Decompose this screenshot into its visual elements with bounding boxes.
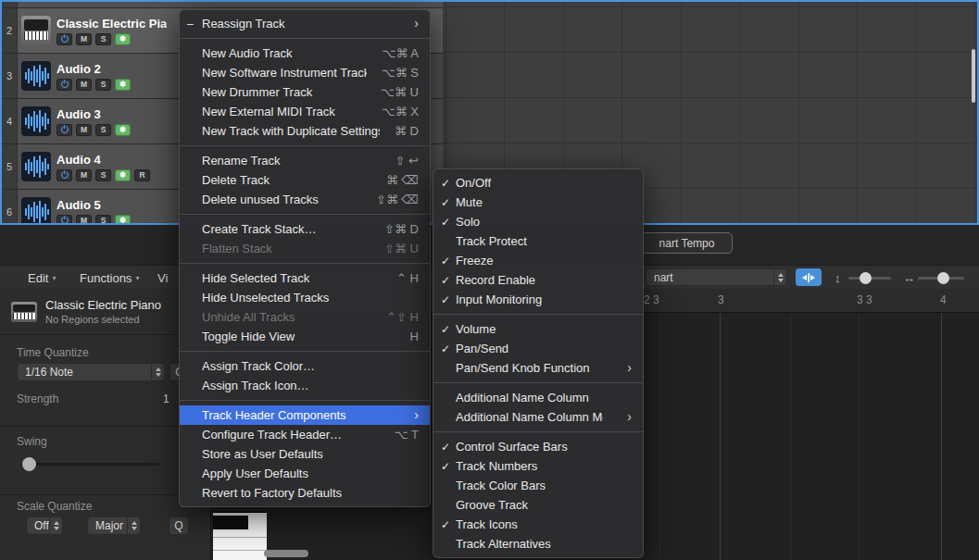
menu-item[interactable]: Hide Selected Track ⌃ H › <box>180 268 430 288</box>
menu-item[interactable]: Track Header Components › <box>180 405 430 425</box>
menu-item[interactable]: ✓ Track Icons › <box>433 515 643 534</box>
smart-tempo-display[interactable]: nart Tempo <box>641 232 733 254</box>
menu-item[interactable]: Hide Unselected Tracks › <box>180 288 430 307</box>
vertical-scrollbar[interactable] <box>972 49 975 103</box>
slider-knob[interactable] <box>937 272 949 284</box>
mute-button[interactable]: M <box>76 124 92 136</box>
mute-button[interactable]: M <box>76 215 92 226</box>
power-button[interactable] <box>56 79 72 91</box>
slider-knob[interactable] <box>860 272 872 284</box>
mute-button[interactable]: M <box>76 33 92 45</box>
power-button[interactable] <box>56 169 72 181</box>
menu-item[interactable]: ✓ Volume › <box>433 319 643 339</box>
track-icon[interactable] <box>21 16 51 45</box>
menu-item-label: Track Alternatives <box>456 537 617 551</box>
menu-item[interactable]: Pan/Send Knob Function › <box>433 358 643 378</box>
solo-button[interactable]: S <box>95 215 111 226</box>
power-button[interactable] <box>56 33 72 45</box>
menu-divider: › <box>180 263 430 264</box>
horizontal-zoom-slider[interactable] <box>918 277 964 280</box>
menu-item-label: Pan/Send Knob Function <box>456 361 603 375</box>
menu-item-label: Mute <box>456 195 617 209</box>
solo-button[interactable]: S <box>95 79 111 91</box>
checkmark-icon: ✓ <box>441 518 454 531</box>
strength-value: 1 <box>163 392 169 405</box>
menu-item[interactable]: ✓ Input Monitoring › <box>433 290 643 309</box>
time-quantize-select[interactable]: 1/16 Note <box>17 363 165 381</box>
menu-item-label: Assign Track Icon… <box>202 379 404 392</box>
scale-type-select[interactable]: Major <box>87 516 141 535</box>
menu-item[interactable]: ✓ Freeze › <box>433 251 643 270</box>
horizontal-scrollbar[interactable] <box>264 550 308 557</box>
menu-item[interactable]: ✓ Track Numbers › <box>433 456 643 476</box>
menu-item[interactable]: Delete unused Tracks ⇧⌘ ⌫ › <box>180 190 430 209</box>
freeze-button[interactable]: ❄ <box>115 79 131 91</box>
freeze-button[interactable]: ❄ <box>115 33 131 45</box>
menu-item[interactable]: ✓ Record Enable › <box>433 270 643 290</box>
menu-item[interactable]: New External MIDI Track ⌥⌘ X › <box>180 102 430 121</box>
menu-item[interactable]: Additional Name Column › <box>433 388 643 407</box>
menu-item[interactable]: Assign Track Color… › <box>180 356 430 376</box>
menu-item[interactable]: New Track with Duplicate Settings ⌘ D › <box>180 121 430 141</box>
track-icon[interactable] <box>21 152 51 181</box>
solo-button[interactable]: S <box>95 124 111 136</box>
freeze-button[interactable]: ❄ <box>115 215 131 226</box>
scale-quantize-button[interactable]: Q <box>169 516 189 535</box>
black-key[interactable] <box>213 516 248 529</box>
menu-item[interactable]: Track Color Bars › <box>433 476 643 495</box>
mute-button[interactable]: M <box>76 169 92 181</box>
menu-item[interactable]: New Software Instrument Track ⌥⌘ S › <box>180 63 430 82</box>
menu-item[interactable]: New Drummer Track ⌥⌘ U › <box>180 82 430 102</box>
power-button[interactable] <box>56 124 72 136</box>
smart-tempo-mode-select[interactable]: nart <box>646 268 787 286</box>
solo-button[interactable]: S <box>95 33 111 45</box>
view-menu[interactable]: Vi <box>157 266 168 290</box>
catch-playhead-button[interactable] <box>796 268 822 286</box>
power-button[interactable] <box>56 215 72 226</box>
track-icon[interactable] <box>21 61 51 91</box>
checkmark-icon: ✓ <box>441 323 454 336</box>
menu-item[interactable]: Assign Track Icon… › <box>180 376 430 395</box>
menu-item[interactable]: Apply User Defaults › <box>180 464 430 483</box>
menu-item[interactable]: Revert to Factory Defaults › <box>180 483 430 503</box>
menu-item[interactable]: Track Protect › <box>433 231 643 251</box>
swing-slider[interactable] <box>20 463 159 466</box>
menu-item[interactable]: – Reassign Track › <box>180 14 430 33</box>
menu-item[interactable]: Groove Track › <box>433 495 643 515</box>
menu-item[interactable]: Store as User Defaults › <box>180 444 430 464</box>
functions-menu[interactable]: Functions ▾ <box>80 266 139 290</box>
edit-menu[interactable]: Edit ▾ <box>28 266 56 290</box>
menu-item[interactable]: Rename Track ⇧ ↩ › <box>180 151 430 170</box>
grid-line <box>859 313 860 560</box>
menu-item[interactable]: ✓ On/Off › <box>433 173 643 193</box>
piano-keys[interactable] <box>213 512 267 560</box>
menu-item[interactable]: Delete Track ⌘ ⌫ › <box>180 170 430 190</box>
keyboard-shortcut: ⌥⌘ A <box>382 46 419 60</box>
slider-knob[interactable] <box>22 457 36 471</box>
menu-item[interactable]: ✓ Pan/Send › <box>433 339 643 358</box>
freeze-button[interactable]: ❄ <box>115 124 131 136</box>
menu-item-label: Configure Track Header… <box>202 428 380 442</box>
track-icon[interactable] <box>21 197 51 225</box>
checkmark-icon: ✓ <box>441 274 454 287</box>
stepper-icon <box>151 364 164 380</box>
menu-item[interactable]: Track Alternatives › <box>433 534 643 554</box>
menu-item[interactable]: New Audio Track ⌥⌘ A › <box>180 44 430 63</box>
scale-root-select[interactable]: Off <box>26 516 63 535</box>
mute-button[interactable]: M <box>76 79 92 91</box>
freeze-button[interactable]: ❄ <box>115 169 131 181</box>
track-icon[interactable] <box>21 106 51 136</box>
menu-item[interactable]: ✓ Solo › <box>433 212 643 231</box>
menu-item[interactable]: Flatten Stack ⇧⌘ U › <box>180 239 430 258</box>
menu-item[interactable]: Create Track Stack… ⇧⌘ D › <box>180 219 430 239</box>
vertical-zoom-slider[interactable] <box>848 277 891 280</box>
menu-item[interactable]: ✓ Mute › <box>433 193 643 212</box>
menu-item[interactable]: Additional Name Column Mode › <box>433 407 643 427</box>
menu-item[interactable]: Configure Track Header… ⌥ T › <box>180 425 430 444</box>
menu-item[interactable]: Toggle Hide View H › <box>180 327 430 346</box>
record-enable-button[interactable]: R <box>134 169 150 181</box>
menu-item-label: Revert to Factory Defaults <box>202 486 404 500</box>
menu-item[interactable]: ✓ Control Surface Bars › <box>433 437 643 456</box>
menu-item[interactable]: Unhide All Tracks ⌃⇧ H › <box>180 307 430 327</box>
solo-button[interactable]: S <box>95 169 111 181</box>
